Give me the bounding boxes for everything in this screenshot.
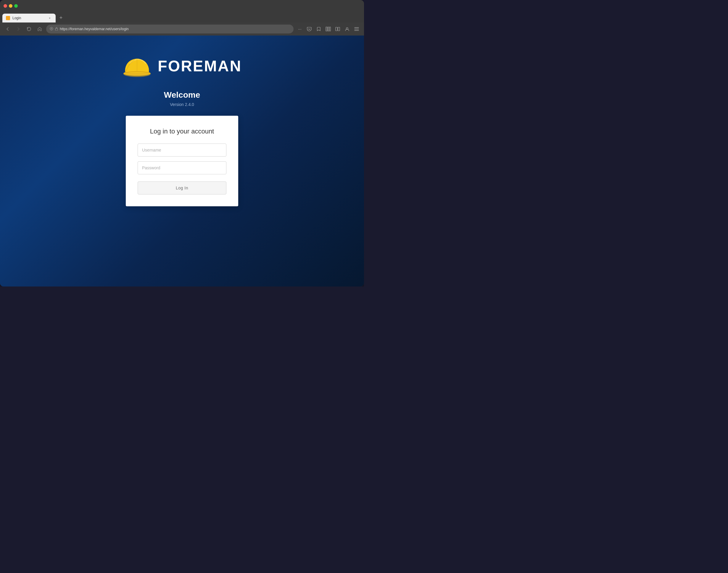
- version-text: Version 2.4.0: [164, 102, 200, 107]
- svg-point-7: [346, 28, 348, 29]
- security-icon: [50, 27, 53, 31]
- close-window-button[interactable]: [4, 4, 7, 8]
- username-group: [138, 144, 226, 157]
- address-bar[interactable]: https://foreman.heyvaldemar.net/users/lo…: [46, 24, 294, 34]
- minimize-window-button[interactable]: [9, 4, 12, 8]
- welcome-title: Welcome: [164, 90, 200, 100]
- tab-bar: Login × +: [0, 12, 364, 22]
- lock-icon: [55, 27, 58, 31]
- username-input[interactable]: [138, 144, 226, 157]
- svg-rect-4: [329, 27, 330, 31]
- forward-button[interactable]: [14, 25, 22, 33]
- brand-name: FOREMAN: [158, 57, 242, 75]
- more-button[interactable]: ···: [296, 25, 304, 33]
- tab-title: Login: [12, 16, 45, 20]
- menu-button[interactable]: [353, 25, 360, 33]
- logo-area: FOREMAN: [122, 53, 242, 79]
- svg-rect-5: [335, 27, 337, 31]
- tab-close-button[interactable]: ×: [47, 16, 52, 20]
- login-button[interactable]: Log In: [138, 181, 226, 195]
- hard-hat-icon: [122, 53, 152, 79]
- active-tab[interactable]: Login ×: [2, 14, 56, 22]
- home-button[interactable]: [36, 25, 44, 33]
- nav-bar: https://foreman.heyvaldemar.net/users/lo…: [0, 22, 364, 36]
- new-tab-button[interactable]: +: [57, 14, 65, 22]
- welcome-section: Welcome Version 2.4.0: [164, 90, 200, 107]
- card-title: Log in to your account: [138, 127, 226, 135]
- title-bar: [0, 0, 364, 12]
- svg-rect-6: [338, 27, 340, 31]
- browser-window: Login × + https://foreman.heyvaldemar.ne…: [0, 0, 364, 286]
- profile-button[interactable]: [343, 25, 351, 33]
- password-group: [138, 161, 226, 174]
- bookmark-button[interactable]: [315, 25, 323, 33]
- password-input[interactable]: [138, 161, 226, 174]
- svg-rect-3: [327, 27, 329, 31]
- reload-button[interactable]: [25, 25, 33, 33]
- login-card: Log in to your account Log In: [126, 116, 238, 206]
- page-content: FOREMAN Welcome Version 2.4.0 Log in to …: [0, 36, 364, 286]
- back-button[interactable]: [4, 25, 12, 33]
- url-text: https://foreman.heyvaldemar.net/users/lo…: [60, 27, 290, 31]
- traffic-lights: [4, 4, 18, 8]
- tab-favicon: [6, 16, 10, 20]
- reader-button[interactable]: [334, 25, 342, 33]
- nav-right-buttons: ···: [296, 25, 360, 33]
- maximize-window-button[interactable]: [14, 4, 18, 8]
- svg-rect-1: [55, 29, 58, 31]
- svg-rect-2: [326, 27, 327, 31]
- pocket-button[interactable]: [305, 25, 313, 33]
- library-button[interactable]: [324, 25, 332, 33]
